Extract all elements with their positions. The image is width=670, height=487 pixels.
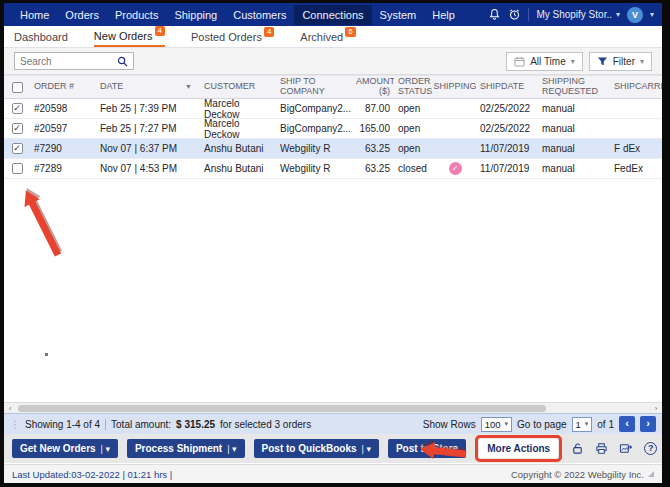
order-amount: 63.25 bbox=[352, 143, 394, 154]
goto-page-label: Go to page bbox=[517, 419, 566, 430]
table-row[interactable]: ✓ #20598 Feb 25 | 7:39 PM Marcelo Deckow… bbox=[4, 99, 662, 119]
time-range-dropdown[interactable]: All Time ▾ bbox=[506, 52, 583, 71]
tab-dashboard[interactable]: Dashboard bbox=[14, 26, 68, 47]
chevron-down-icon[interactable]: ▾ bbox=[650, 10, 654, 19]
drag-grip-icon[interactable]: ⋮ bbox=[10, 419, 20, 430]
show-rows-select[interactable]: 100 ▾ bbox=[481, 417, 512, 432]
order-amount: 165.00 bbox=[352, 123, 394, 134]
nav-item-products[interactable]: Products bbox=[107, 5, 166, 25]
split-caret-icon[interactable]: | ▾ bbox=[362, 444, 371, 454]
header-amount[interactable]: AMOUNT ($) bbox=[352, 77, 394, 97]
post-to-store-button[interactable]: Post to Store bbox=[388, 439, 466, 458]
header-ship-to-company[interactable]: SHIP TO COMPANY bbox=[276, 77, 352, 97]
chevron-down-icon: ▾ bbox=[571, 57, 575, 66]
selected-orders-note: for selected 3 orders bbox=[220, 419, 311, 430]
horizontal-scrollbar[interactable]: ‹ › bbox=[4, 402, 662, 413]
order-status: open bbox=[394, 123, 434, 134]
split-caret-icon[interactable]: | ▾ bbox=[101, 444, 110, 454]
header-order-status[interactable]: ORDER STATUS bbox=[394, 77, 434, 97]
table-row[interactable]: #7289 Nov 07 | 4:53 PM Anshu Butani Webg… bbox=[4, 159, 662, 179]
button-label: More Actions bbox=[487, 443, 550, 454]
more-actions-button[interactable]: More Actions bbox=[479, 439, 558, 458]
showing-count: Showing 1-4 of 4 bbox=[25, 419, 100, 430]
customer-name: Anshu Butani bbox=[200, 163, 276, 174]
avatar[interactable]: V bbox=[627, 7, 643, 23]
post-to-quickbooks-button[interactable]: Post to QuickBooks | ▾ bbox=[254, 439, 379, 458]
customer-name: Marcelo Deckow bbox=[200, 98, 276, 120]
row-checkbox[interactable]: ✓ bbox=[12, 143, 23, 154]
nav-item-system[interactable]: System bbox=[372, 5, 425, 25]
process-shipment-button[interactable]: Process Shipment | ▾ bbox=[127, 439, 245, 458]
scrollbar-thumb[interactable] bbox=[18, 405, 546, 412]
store-selector[interactable]: My Shopify Stor.. ▾ bbox=[536, 9, 620, 20]
ship-carrier: FedEx bbox=[610, 163, 662, 174]
row-checkbox[interactable] bbox=[12, 163, 23, 174]
search-box[interactable] bbox=[14, 52, 134, 70]
row-checkbox[interactable]: ✓ bbox=[12, 103, 23, 114]
header-customer[interactable]: CUSTOMER bbox=[200, 82, 276, 92]
header-date[interactable]: DATE ▼ bbox=[96, 82, 200, 92]
select-all-checkbox[interactable] bbox=[12, 82, 23, 93]
sort-desc-icon[interactable]: ▼ bbox=[185, 83, 196, 91]
nav-item-help[interactable]: Help bbox=[424, 5, 463, 25]
order-number: #7289 bbox=[30, 163, 96, 174]
nav-item-orders[interactable]: Orders bbox=[57, 5, 107, 25]
tab-badge: 6 bbox=[345, 27, 355, 37]
header-shipcarrier[interactable]: SHIPCARRIE bbox=[610, 82, 662, 92]
button-label: Process Shipment bbox=[135, 443, 222, 454]
export-icon[interactable] bbox=[619, 442, 633, 455]
order-date: Feb 25 | 7:27 PM bbox=[96, 123, 200, 134]
total-amount-label: Total amount: bbox=[111, 419, 171, 430]
filter-dropdown[interactable]: Filter ▾ bbox=[589, 52, 652, 71]
header-order[interactable]: ORDER # bbox=[30, 82, 96, 92]
chevron-down-icon: ▾ bbox=[505, 420, 509, 428]
ship-to-company: Webgility R bbox=[276, 143, 352, 154]
header-shipping-requested[interactable]: SHIPPING REQUESTED bbox=[538, 77, 610, 97]
scroll-left-icon[interactable]: ‹ bbox=[4, 404, 16, 413]
tab-posted-orders[interactable]: Posted Orders 4 bbox=[191, 26, 274, 47]
calendar-icon bbox=[514, 56, 525, 67]
customer-name: Anshu Butani bbox=[200, 143, 276, 154]
page-of-total: of 1 bbox=[597, 419, 614, 430]
table-row-selected[interactable]: ✓ #7290 Nov 07 | 6:37 PM Anshu Butani We… bbox=[4, 139, 662, 159]
button-label: Post to Store bbox=[396, 443, 458, 454]
nav-item-connections[interactable]: Connections bbox=[294, 5, 371, 25]
table-row[interactable]: ✓ #20597 Feb 25 | 7:27 PM Marcelo Deckow… bbox=[4, 119, 662, 139]
footer: Last Updated:03-02-2022 | 01:21 hrs | Co… bbox=[4, 464, 662, 483]
help-icon[interactable]: ? bbox=[644, 442, 657, 455]
split-caret-icon[interactable]: | ▾ bbox=[227, 444, 236, 454]
goto-page-select[interactable]: 1 ▾ bbox=[572, 417, 593, 432]
bell-icon[interactable] bbox=[488, 8, 501, 21]
table-header: ORDER # DATE ▼ CUSTOMER SHIP TO COMPANY … bbox=[4, 75, 662, 99]
next-page-button[interactable]: › bbox=[640, 416, 656, 432]
time-range-value: All Time bbox=[530, 56, 566, 67]
search-input[interactable] bbox=[20, 56, 117, 67]
order-status: closed bbox=[394, 163, 434, 174]
prev-page-button[interactable]: ‹ bbox=[619, 416, 635, 432]
scroll-right-icon[interactable]: › bbox=[650, 404, 662, 413]
ship-carrier[interactable]: F dEx bbox=[610, 143, 662, 154]
order-amount: 63.25 bbox=[352, 163, 394, 174]
tab-new-orders[interactable]: New Orders 4 bbox=[94, 26, 165, 47]
resize-grip[interactable] bbox=[648, 471, 654, 477]
alarm-clock-icon[interactable] bbox=[508, 8, 521, 21]
print-icon[interactable] bbox=[595, 442, 608, 455]
unlock-icon[interactable] bbox=[571, 442, 584, 455]
stray-dot bbox=[45, 353, 48, 356]
app-window: Home Orders Products Shipping Customers … bbox=[4, 3, 662, 483]
tab-archived[interactable]: Archived 6 bbox=[300, 26, 355, 47]
nav-item-customers[interactable]: Customers bbox=[225, 5, 294, 25]
total-amount-value: $ 315.25 bbox=[176, 419, 215, 430]
row-checkbox[interactable]: ✓ bbox=[12, 123, 23, 134]
order-status: open bbox=[394, 103, 434, 114]
header-shipdate[interactable]: SHIPDATE bbox=[476, 82, 538, 92]
search-icon[interactable] bbox=[117, 56, 128, 67]
get-new-orders-button[interactable]: Get New Orders | ▾ bbox=[12, 439, 118, 458]
nav-item-shipping[interactable]: Shipping bbox=[166, 5, 225, 25]
customer-name: Marcelo Deckow bbox=[200, 118, 276, 140]
nav-item-home[interactable]: Home bbox=[12, 5, 57, 25]
shipping-requested: manual bbox=[538, 123, 610, 134]
button-label: Post to QuickBooks bbox=[262, 443, 357, 454]
top-navbar: Home Orders Products Shipping Customers … bbox=[4, 3, 662, 26]
header-shipping[interactable]: SHIPPING bbox=[434, 82, 476, 92]
